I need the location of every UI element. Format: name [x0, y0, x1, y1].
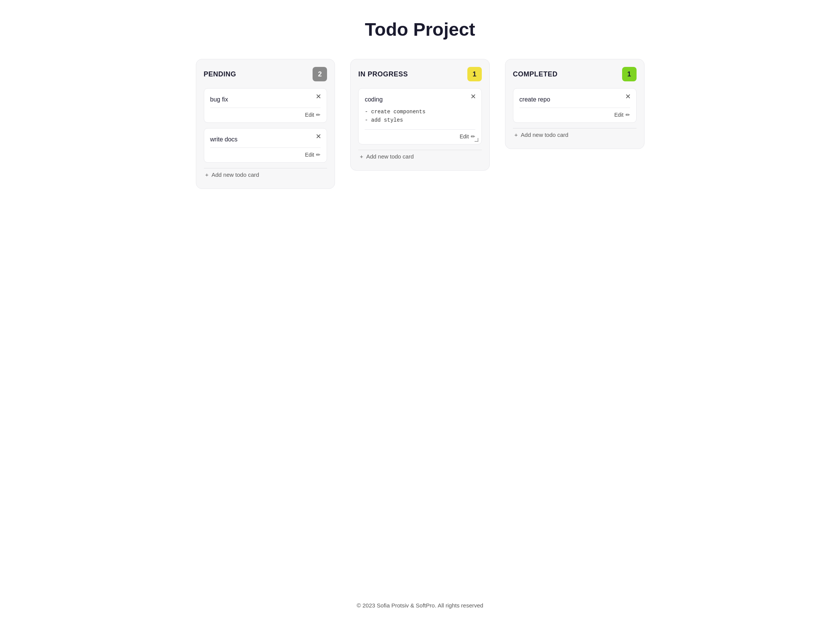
close-card-write-docs[interactable]: ✕ — [316, 133, 321, 140]
plus-icon-completed: + — [514, 132, 518, 138]
card-footer-write-docs: Edit ✏︎ — [210, 147, 321, 158]
add-card-button-in-progress[interactable]: + Add new todo card — [358, 150, 482, 163]
close-card-coding[interactable]: ✕ — [470, 93, 476, 100]
column-title-pending: PENDING — [204, 70, 237, 78]
card-write-docs: ✕ write docs Edit ✏︎ — [204, 128, 327, 163]
card-notes-coding: - create components- add styles — [365, 108, 475, 125]
plus-icon-pending: + — [205, 171, 209, 178]
column-header-completed: COMPLETED 1 — [513, 67, 637, 81]
add-card-button-pending[interactable]: + Add new todo card — [204, 168, 327, 181]
page-title: Todo Project — [365, 19, 475, 40]
close-card-bug-fix[interactable]: ✕ — [316, 93, 321, 100]
card-title-write-docs: write docs — [210, 135, 321, 143]
edit-button-coding[interactable]: Edit ✏︎ — [460, 133, 475, 140]
close-card-create-repo[interactable]: ✕ — [625, 93, 631, 100]
card-title-coding: coding — [365, 95, 475, 103]
column-completed: COMPLETED 1 ✕ create repo Edit ✏︎ + Add … — [505, 59, 645, 149]
column-in-progress: IN PROGRESS 1 ✕ coding - create componen… — [350, 59, 490, 171]
edit-label-write-docs: Edit — [305, 152, 314, 158]
edit-icon-write-docs: ✏︎ — [316, 152, 321, 158]
add-card-label-completed: Add new todo card — [521, 132, 568, 138]
column-header-pending: PENDING 2 — [204, 67, 327, 81]
column-title-completed: COMPLETED — [513, 70, 558, 78]
edit-label-coding: Edit — [460, 133, 469, 140]
column-pending: PENDING 2 ✕ bug fix Edit ✏︎ ✕ write docs… — [196, 59, 335, 189]
kanban-board: PENDING 2 ✕ bug fix Edit ✏︎ ✕ write docs… — [173, 59, 667, 189]
card-create-repo: ✕ create repo Edit ✏︎ — [513, 88, 637, 123]
column-badge-pending: 2 — [313, 67, 327, 81]
card-bug-fix: ✕ bug fix Edit ✏︎ — [204, 88, 327, 123]
card-footer-coding: Edit ✏︎ — [365, 129, 475, 140]
add-card-label-in-progress: Add new todo card — [366, 153, 414, 160]
column-badge-in-progress: 1 — [467, 67, 482, 81]
column-header-in-progress: IN PROGRESS 1 — [358, 67, 482, 81]
column-badge-completed: 1 — [622, 67, 637, 81]
edit-icon-create-repo: ✏︎ — [626, 112, 630, 118]
card-footer-create-repo: Edit ✏︎ — [519, 108, 630, 118]
edit-label-bug-fix: Edit — [305, 112, 314, 118]
card-title-create-repo: create repo — [519, 95, 630, 103]
footer-text: © 2023 Sofia Protsiv & SoftPro. All righ… — [357, 602, 483, 609]
card-title-bug-fix: bug fix — [210, 95, 321, 103]
add-card-label-pending: Add new todo card — [211, 171, 259, 178]
edit-button-write-docs[interactable]: Edit ✏︎ — [305, 152, 321, 158]
edit-label-create-repo: Edit — [614, 112, 623, 118]
card-footer-bug-fix: Edit ✏︎ — [210, 108, 321, 118]
edit-icon-bug-fix: ✏︎ — [316, 112, 321, 118]
add-card-button-completed[interactable]: + Add new todo card — [513, 128, 637, 141]
plus-icon-in-progress: + — [360, 153, 363, 160]
resize-handle-coding — [475, 138, 478, 142]
footer: © 2023 Sofia Protsiv & SoftPro. All righ… — [357, 579, 483, 620]
column-title-in-progress: IN PROGRESS — [358, 70, 408, 78]
card-coding: ✕ coding - create components- add styles… — [358, 88, 482, 144]
edit-button-bug-fix[interactable]: Edit ✏︎ — [305, 112, 321, 118]
edit-button-create-repo[interactable]: Edit ✏︎ — [614, 112, 630, 118]
